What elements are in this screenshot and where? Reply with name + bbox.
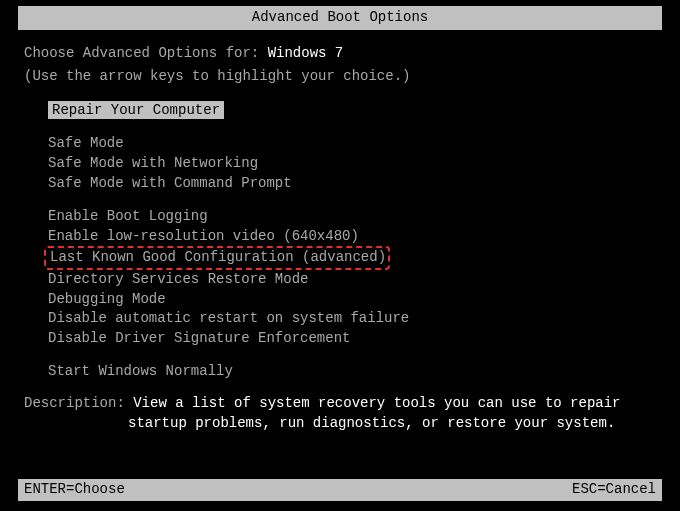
page-title: Advanced Boot Options [252, 9, 428, 25]
footer-bar: ENTER=Choose ESC=Cancel [18, 479, 662, 501]
menu-debugging-mode[interactable]: Debugging Mode [48, 290, 656, 310]
os-name: Windows 7 [268, 45, 344, 61]
description-label: Description: [24, 395, 133, 411]
menu-boot-logging[interactable]: Enable Boot Logging [48, 207, 656, 227]
intro-line: Choose Advanced Options for: Windows 7 [24, 44, 656, 64]
menu-disable-driver-sig[interactable]: Disable Driver Signature Enforcement [48, 329, 656, 349]
boot-menu: Safe Mode Safe Mode with Networking Safe… [24, 134, 656, 382]
menu-low-res-video[interactable]: Enable low-resolution video (640x480) [48, 227, 656, 247]
intro-hint: (Use the arrow keys to highlight your ch… [24, 67, 656, 87]
menu-disable-auto-restart[interactable]: Disable automatic restart on system fail… [48, 309, 656, 329]
intro-prefix: Choose Advanced Options for: [24, 45, 268, 61]
menu-directory-restore[interactable]: Directory Services Restore Mode [48, 270, 656, 290]
description-text-1: View a list of system recovery tools you… [133, 395, 620, 411]
content-area: Choose Advanced Options for: Windows 7 (… [0, 30, 680, 382]
description-block: Description: View a list of system recov… [0, 382, 680, 433]
menu-safe-mode-networking[interactable]: Safe Mode with Networking [48, 154, 656, 174]
description-text-2: startup problems, run diagnostics, or re… [24, 414, 656, 434]
footer-enter: ENTER=Choose [24, 480, 125, 500]
selected-option[interactable]: Repair Your Computer [48, 101, 224, 121]
title-bar: Advanced Boot Options [18, 6, 662, 30]
selected-label: Repair Your Computer [48, 101, 224, 119]
menu-safe-mode[interactable]: Safe Mode [48, 134, 656, 154]
menu-start-normally[interactable]: Start Windows Normally [48, 362, 656, 382]
footer-esc: ESC=Cancel [572, 480, 656, 500]
menu-safe-mode-cmd[interactable]: Safe Mode with Command Prompt [48, 174, 656, 194]
menu-last-known-good[interactable]: Last Known Good Configuration (advanced) [48, 248, 386, 268]
annotation-box: Last Known Good Configuration (advanced) [44, 246, 390, 270]
